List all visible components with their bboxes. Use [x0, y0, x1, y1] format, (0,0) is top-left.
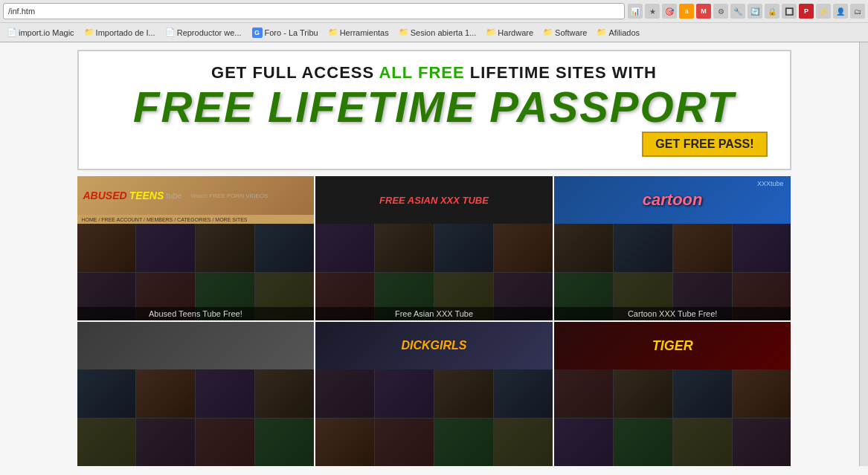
bookmark-label: Afiliados: [608, 28, 640, 37]
mini-thumb: [375, 224, 434, 272]
teens-text: TEENS: [129, 190, 164, 201]
mini-thumb: [196, 224, 254, 272]
browser-chrome: /inf.htm 📊 ★ 🎯 a M ⚙ 🔧 🔄 🔒 🔲 P ⚡ 👤 🗂 imp…: [0, 0, 868, 42]
nav-text-1: HOME / FREE ACCOUNT / MEMBERS / CATEGORI…: [82, 217, 248, 222]
mini-thumb: [375, 419, 434, 467]
mini-thumb: [494, 224, 553, 272]
mini-thumb: [673, 224, 732, 272]
thumbnail-2[interactable]: FREE ASIAN XXX TUBE Free Asia: [315, 176, 553, 320]
settings-icon[interactable]: ⚙: [713, 4, 728, 19]
mini-thumb: [673, 419, 732, 467]
star-icon[interactable]: ★: [645, 4, 660, 19]
mini-thumb: [554, 419, 613, 467]
thumb-body-2: [315, 224, 553, 320]
bookmark-importado[interactable]: Importado de I...: [80, 25, 160, 40]
thumbnail-3[interactable]: cartoon XXXtube: [554, 176, 791, 320]
square-icon[interactable]: 🔲: [782, 4, 797, 19]
bookmark-label: Software: [555, 28, 587, 37]
nav-bar-1: HOME / FREE ACCOUNT / MEMBERS / CATEGORI…: [77, 215, 315, 224]
amazon-icon[interactable]: a: [679, 4, 694, 19]
bookmark-label: Importado de I...: [96, 28, 155, 37]
page-icon: [166, 28, 175, 37]
thumb-body-3: [554, 224, 791, 320]
header-sub-3: XXXtube: [757, 180, 784, 187]
bookmark-herramientas[interactable]: Herramientas: [324, 25, 393, 40]
bookmark-label: Herramientas: [340, 28, 389, 37]
mini-thumb: [255, 419, 314, 467]
folder-icon: [597, 28, 606, 37]
mini-thumb: [733, 369, 791, 418]
thumb-label-1: Abused Teens Tube Free!: [77, 307, 315, 320]
thumbnail-4[interactable]: [77, 322, 315, 466]
mini-thumb: [494, 369, 553, 418]
thumb-header-4: [77, 322, 315, 369]
mini-thumb: [375, 369, 434, 418]
mini-thumb: [196, 369, 254, 418]
logo-abused: ABUSED TEENS tube: [77, 187, 188, 204]
mini-thumb: [315, 419, 374, 467]
thumb-header-1: ABUSED TEENS tube Watch FREE PORN VIDEOS: [77, 176, 315, 215]
pinterest-icon[interactable]: P: [799, 4, 814, 19]
mini-thumb: [196, 419, 254, 467]
get-pass-button[interactable]: GET FREE PASS!: [642, 132, 767, 157]
mini-thumb: [614, 369, 672, 418]
bookmark-sesion[interactable]: Sesion abierta 1...: [395, 25, 481, 40]
folder-icon: [544, 28, 553, 37]
banner[interactable]: GET FULL ACCESS ALL FREE LIFETIME SITES …: [77, 50, 791, 170]
banner-bottom: GET FREE PASS!: [101, 132, 768, 157]
title-bar: /inf.htm 📊 ★ 🎯 a M ⚙ 🔧 🔄 🔒 🔲 P ⚡ 👤 🗂: [0, 0, 868, 22]
mini-thumb: [77, 369, 136, 418]
header-logo-6: TIGER: [652, 338, 693, 354]
thumb-header-3: cartoon XXXtube: [554, 176, 791, 224]
mini-thumb: [434, 369, 493, 418]
lock-icon[interactable]: 🔒: [765, 4, 779, 19]
bookmark-label: Hardware: [498, 28, 533, 37]
lightning-icon[interactable]: ⚡: [816, 4, 831, 19]
mini-thumb: [614, 419, 672, 467]
thumbnail-6[interactable]: TIGER: [554, 322, 791, 466]
bookmark-afiliados[interactable]: Afiliados: [593, 25, 644, 40]
mini-thumb: [434, 419, 493, 467]
thumbnail-1[interactable]: ABUSED TEENS tube Watch FREE PORN VIDEOS…: [77, 176, 315, 320]
header-logo-5: DICKGIRLS: [401, 339, 466, 352]
target-icon[interactable]: 🎯: [662, 4, 677, 19]
mini-thumb: [434, 224, 493, 272]
bookmarks-bar: import.io Magic Importado de I... Reprod…: [0, 22, 868, 42]
banner-top-line: GET FULL ACCESS ALL FREE LIFETIME SITES …: [101, 63, 768, 83]
mini-thumb: [77, 224, 136, 272]
mini-thumb: [554, 224, 613, 272]
bookmark-reproductor[interactable]: Reproductor we...: [161, 25, 246, 40]
mini-thumb: [136, 419, 195, 467]
header-logo-3: cartoon: [643, 190, 703, 210]
bookmark-software[interactable]: Software: [539, 25, 591, 40]
g-icon: G: [252, 28, 263, 38]
mini-thumb: [136, 224, 195, 272]
thumb-body-4: [77, 369, 315, 466]
content-area: GET FULL ACCESS ALL FREE LIFETIME SITES …: [0, 42, 868, 475]
mini-thumb: [494, 419, 553, 467]
mini-thumb: [673, 369, 732, 418]
mini-thumb: [315, 224, 374, 272]
folder-icon: [486, 28, 495, 37]
sync-icon[interactable]: 🔄: [748, 4, 762, 19]
bookmark-label: Foro - La Tribu: [265, 28, 318, 37]
folder-icon: [85, 28, 94, 37]
thumbnail-5[interactable]: DICKGIRLS: [315, 322, 553, 466]
mini-thumb: [255, 224, 314, 272]
thumb-label-3: Cartoon XXX Tube Free!: [554, 307, 791, 320]
scrollbar[interactable]: [859, 42, 868, 466]
address-bar[interactable]: /inf.htm: [3, 3, 625, 19]
banner-main-text: FREE LIFETIME PASSPORT: [101, 85, 768, 129]
thumb-header-2: FREE ASIAN XXX TUBE: [315, 176, 553, 224]
tools-icon[interactable]: 🔧: [730, 4, 745, 19]
address-text: /inf.htm: [8, 7, 35, 16]
user-icon[interactable]: 👤: [833, 4, 848, 19]
gmail-icon[interactable]: M: [696, 4, 711, 19]
bookmark-hardware[interactable]: Hardware: [482, 25, 538, 40]
stats-icon[interactable]: 📊: [628, 4, 643, 19]
bookmark-foro[interactable]: G Foro - La Tribu: [248, 25, 323, 40]
folder-icon[interactable]: 🗂: [850, 4, 865, 19]
mini-thumb: [136, 369, 195, 418]
header-logo-2: FREE ASIAN XXX TUBE: [379, 195, 489, 206]
bookmark-importio[interactable]: import.io Magic: [3, 25, 79, 40]
